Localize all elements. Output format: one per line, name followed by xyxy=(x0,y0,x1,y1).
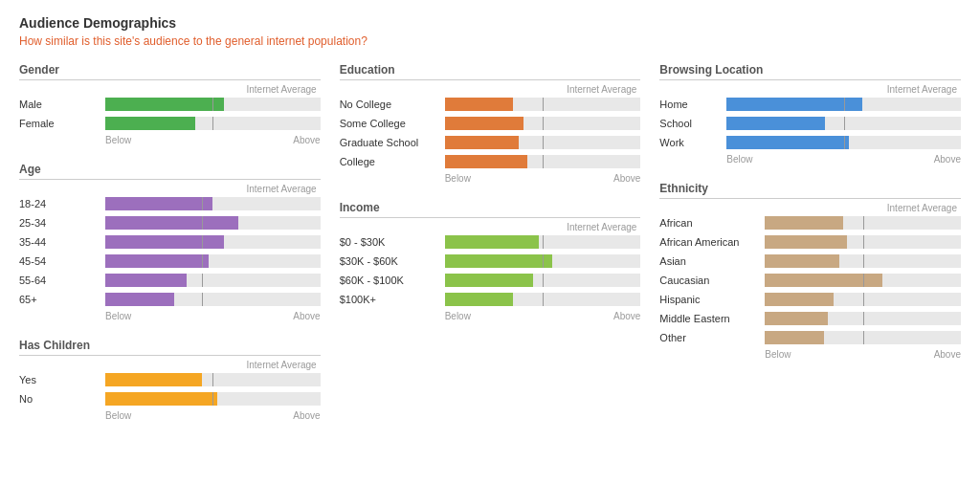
bar-row-no: No xyxy=(19,391,321,407)
browsing-location-axis: Below Above xyxy=(659,154,961,165)
section-income: Income Internet Average $0 - $30K $30K -… xyxy=(340,201,641,321)
has-children-avg-label: Internet Average xyxy=(19,360,321,370)
income-axis: Below Above xyxy=(340,311,641,321)
label-male: Male xyxy=(19,99,105,110)
page-subtitle: How similar is this site's audience to t… xyxy=(19,34,961,48)
age-avg-label: Internet Average xyxy=(19,184,321,194)
has-children-axis: Below Above xyxy=(19,410,321,421)
bar-row-some-college: Some College xyxy=(340,116,641,131)
label-college: College xyxy=(340,156,445,167)
label-30-60k: $30K - $60K xyxy=(340,255,445,267)
browsing-location-title: Browsing Location xyxy=(659,63,961,80)
bar-row-african: African xyxy=(659,215,961,231)
label-100k-plus: $100K+ xyxy=(340,294,445,305)
bar-row-hispanic: Hispanic xyxy=(659,292,961,307)
label-some-college: Some College xyxy=(340,118,445,129)
age-title: Age xyxy=(19,163,321,180)
bar-row-18-24: 18-24 xyxy=(19,196,321,211)
section-education: Education Internet Average No College So… xyxy=(340,63,641,184)
bar-row-african-american: African American xyxy=(659,234,961,250)
label-home: Home xyxy=(659,99,726,110)
ethnicity-axis: Below Above xyxy=(659,349,961,360)
education-title: Education xyxy=(340,63,641,80)
section-browsing-location: Browsing Location Internet Average Home … xyxy=(659,63,961,165)
bar-row-male: Male xyxy=(19,97,321,112)
label-other: Other xyxy=(659,332,765,343)
section-gender: Gender Internet Average Male Female Belo… xyxy=(19,63,321,145)
bar-female xyxy=(105,117,321,130)
bar-row-school: School xyxy=(659,116,961,131)
label-work: Work xyxy=(659,137,726,148)
bar-row-college: College xyxy=(340,154,641,169)
label-female: Female xyxy=(19,118,105,129)
label-hispanic: Hispanic xyxy=(659,294,765,305)
label-25-34: 25-34 xyxy=(19,217,105,229)
gender-avg-label: Internet Average xyxy=(19,84,321,95)
label-graduate-school: Graduate School xyxy=(340,137,445,148)
ethnicity-title: Ethnicity xyxy=(659,182,961,199)
bar-row-0-30k: $0 - $30K xyxy=(340,234,641,250)
bar-row-45-54: 45-54 xyxy=(19,253,321,269)
bar-row-yes: Yes xyxy=(19,372,321,387)
label-african-american: African American xyxy=(659,236,765,248)
bar-row-middle-eastern: Middle Eastern xyxy=(659,311,961,326)
bar-row-30-60k: $30K - $60K xyxy=(340,253,641,269)
bar-row-graduate-school: Graduate School xyxy=(340,135,641,150)
education-avg-label: Internet Average xyxy=(340,84,641,95)
label-60-100k: $60K - $100K xyxy=(340,275,445,286)
label-45-54: 45-54 xyxy=(19,255,105,267)
bar-row-55-64: 55-64 xyxy=(19,273,321,288)
bar-row-35-44: 35-44 xyxy=(19,234,321,250)
gender-title: Gender xyxy=(19,63,321,80)
label-caucasian: Caucasian xyxy=(659,275,765,286)
label-african: African xyxy=(659,217,765,229)
bar-row-100k-plus: $100K+ xyxy=(340,292,641,307)
label-55-64: 55-64 xyxy=(19,275,105,286)
label-0-30k: $0 - $30K xyxy=(340,236,445,248)
bar-row-work: Work xyxy=(659,135,961,150)
bar-row-60-100k: $60K - $100K xyxy=(340,273,641,288)
gender-axis: Below Above xyxy=(19,135,321,145)
label-35-44: 35-44 xyxy=(19,236,105,248)
browsing-location-avg-label: Internet Average xyxy=(659,84,961,95)
label-asian: Asian xyxy=(659,255,765,267)
section-ethnicity: Ethnicity Internet Average African Afric… xyxy=(659,182,961,360)
bar-row-65plus: 65+ xyxy=(19,292,321,307)
education-axis: Below Above xyxy=(340,173,641,184)
income-avg-label: Internet Average xyxy=(340,222,641,232)
label-no: No xyxy=(19,393,105,405)
bar-row-25-34: 25-34 xyxy=(19,215,321,231)
label-middle-eastern: Middle Eastern xyxy=(659,313,765,324)
label-no-college: No College xyxy=(340,99,445,110)
section-age: Age Internet Average 18-24 25-34 35-44 xyxy=(19,163,321,321)
section-has-children: Has Children Internet Average Yes No Bel… xyxy=(19,339,321,421)
bar-row-no-college: No College xyxy=(340,97,641,112)
bar-row-home: Home xyxy=(659,97,961,112)
has-children-title: Has Children xyxy=(19,339,321,356)
label-yes: Yes xyxy=(19,374,105,385)
age-axis: Below Above xyxy=(19,311,321,321)
income-title: Income xyxy=(340,201,641,218)
bar-row-asian: Asian xyxy=(659,253,961,269)
bar-male xyxy=(105,98,321,111)
bar-row-caucasian: Caucasian xyxy=(659,273,961,288)
label-school: School xyxy=(659,118,726,129)
page-title: Audience Demographics xyxy=(19,15,961,31)
bar-row-other: Other xyxy=(659,330,961,345)
bar-row-female: Female xyxy=(19,116,321,131)
ethnicity-avg-label: Internet Average xyxy=(659,203,961,213)
label-65plus: 65+ xyxy=(19,294,105,305)
label-18-24: 18-24 xyxy=(19,198,105,209)
